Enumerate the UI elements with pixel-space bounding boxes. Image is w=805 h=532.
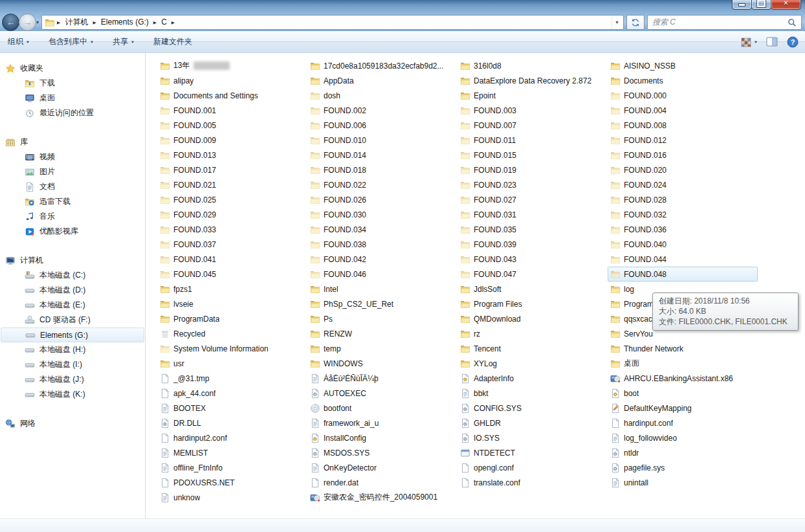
file-item[interactable]: AppData — [307, 73, 458, 88]
forward-button[interactable]: → — [19, 14, 36, 31]
sidebar-item[interactable]: CD 驱动器 (F:) — [0, 313, 145, 327]
file-item[interactable]: FOUND.039 — [458, 237, 608, 252]
breadcrumb-item[interactable]: 计算机 — [61, 16, 92, 29]
file-item[interactable]: bootfont — [307, 401, 458, 416]
file-item[interactable]: opengl.conf — [458, 460, 608, 475]
file-item[interactable]: FOUND.023 — [458, 177, 608, 192]
file-item[interactable]: FOUND.011 — [458, 133, 608, 148]
sidebar-item[interactable]: 桌面 — [0, 91, 145, 105]
file-item[interactable]: FOUND.035 — [458, 222, 608, 237]
file-item[interactable]: FOUND.032 — [608, 207, 758, 222]
file-item[interactable]: FOUND.033 — [157, 222, 307, 237]
file-item[interactable]: framework_ai_u — [307, 416, 458, 430]
file-item[interactable]: FOUND.026 — [307, 192, 458, 207]
file-item[interactable]: Thunder Network — [608, 341, 758, 356]
file-item[interactable]: MSDOS.SYS — [307, 445, 458, 460]
file-item[interactable]: alipay — [157, 73, 307, 88]
maximize-button[interactable] — [751, 0, 771, 10]
sidebar-item[interactable]: Elements (G:) — [1, 327, 144, 342]
file-item[interactable]: FOUND.047 — [458, 267, 608, 282]
toolbar-button[interactable]: 共享▾ — [113, 36, 134, 47]
file-item[interactable]: unintall — [608, 475, 758, 490]
file-item[interactable]: Documents — [608, 73, 758, 88]
file-item[interactable]: hardinput2.conf — [157, 430, 307, 445]
search-box[interactable]: 搜索 C — [647, 15, 802, 30]
file-item[interactable]: Ps — [307, 311, 458, 326]
file-item[interactable]: render.dat — [307, 475, 458, 490]
file-item[interactable]: FOUND.048 — [608, 267, 758, 282]
file-item[interactable]: fpzs1 — [157, 282, 307, 296]
file-item[interactable]: FOUND.019 — [458, 162, 608, 177]
file-item[interactable]: FOUND.005 — [157, 118, 307, 133]
file-item[interactable]: AISINO_NSSB — [608, 58, 758, 73]
file-item[interactable]: 安徽农金_密码控件_2004059001 — [307, 490, 458, 505]
file-item[interactable]: RENZW — [307, 326, 458, 341]
file-item[interactable]: IO.SYS — [458, 430, 608, 445]
file-item[interactable]: FOUND.022 — [307, 177, 458, 192]
file-item[interactable]: 17cd0e8a1059183da32ecfab9d2... — [307, 58, 458, 73]
file-item[interactable]: InstallConfig — [307, 430, 458, 445]
address-bar[interactable]: ▶计算机▶Elements (G:)▶C▶ ▾ — [41, 15, 624, 30]
file-item[interactable]: GHLDR — [458, 416, 608, 430]
sidebar-section-header[interactable]: 收藏夹 — [0, 61, 145, 76]
file-item[interactable]: FOUND.025 — [157, 192, 307, 207]
preview-pane-button[interactable] — [766, 37, 778, 47]
file-item[interactable]: DataExplore Data Recovery 2.872 — [458, 73, 608, 88]
minimize-button[interactable] — [732, 0, 752, 10]
file-item[interactable]: Epoint — [458, 88, 608, 103]
file-item[interactable]: hardinput.conf — [608, 416, 758, 430]
file-item[interactable]: CONFIG.SYS — [458, 401, 608, 416]
file-item[interactable]: AHRCU.EBankingAssistant.x86 — [608, 371, 758, 386]
file-item[interactable]: PDOXUSRS.NET — [157, 475, 307, 490]
sidebar-item[interactable]: 本地磁盘 (D:) — [0, 283, 145, 298]
sidebar-item[interactable]: 音乐 — [0, 209, 145, 224]
sidebar-item[interactable]: 最近访问的位置 — [0, 105, 145, 120]
sidebar-item[interactable]: 本地磁盘 (I:) — [0, 357, 145, 372]
file-item[interactable]: FOUND.043 — [458, 252, 608, 267]
file-item[interactable]: FOUND.003 — [458, 103, 608, 118]
sidebar-section-header[interactable]: 网络 — [0, 416, 145, 431]
file-item[interactable]: AUTOEXEC — [307, 386, 458, 401]
file-item[interactable]: FOUND.046 — [307, 267, 458, 282]
back-button[interactable]: ← — [2, 14, 19, 31]
breadcrumb-item[interactable]: Elements (G:) — [97, 16, 153, 29]
file-item[interactable]: ntldr — [608, 445, 758, 460]
file-item[interactable]: FOUND.007 — [458, 118, 608, 133]
file-item[interactable]: FOUND.044 — [608, 252, 758, 267]
file-item[interactable]: DR.DLL — [157, 416, 307, 430]
file-item[interactable]: 13年 — [157, 58, 307, 73]
sidebar-item[interactable]: 下载 — [0, 76, 145, 91]
help-button[interactable]: ? — [787, 36, 799, 48]
file-item[interactable]: System Volume Information — [157, 341, 307, 356]
refresh-button[interactable] — [626, 15, 645, 30]
file-item[interactable]: dosh — [307, 88, 458, 103]
file-item[interactable]: FOUND.000 — [608, 88, 758, 103]
sidebar-item[interactable]: 本地磁盘 (H:) — [0, 342, 145, 357]
file-item[interactable]: FOUND.006 — [307, 118, 458, 133]
file-item[interactable]: JdlsSoft — [458, 282, 608, 296]
file-item[interactable]: FOUND.008 — [608, 118, 758, 133]
file-item[interactable]: FOUND.012 — [608, 133, 758, 148]
toolbar-button[interactable]: 组织▾ — [8, 36, 29, 47]
file-item[interactable]: apk_44.conf — [157, 386, 307, 401]
file-item[interactable]: FOUND.016 — [608, 148, 758, 162]
sidebar-item[interactable]: 本地磁盘 (E:) — [0, 298, 145, 313]
sidebar-item[interactable]: 本地磁盘 (K:) — [0, 387, 145, 402]
toolbar-button[interactable]: 包含到库中▾ — [49, 36, 93, 47]
file-item[interactable]: FOUND.010 — [307, 133, 458, 148]
file-item[interactable]: WINDOWS — [307, 356, 458, 371]
file-item[interactable]: FOUND.014 — [307, 148, 458, 162]
file-item[interactable]: Documents and Settings — [157, 88, 307, 103]
sidebar-item[interactable]: 图片 — [0, 164, 145, 179]
breadcrumb-item[interactable]: C — [157, 16, 171, 29]
file-item[interactable]: FOUND.013 — [157, 148, 307, 162]
file-item[interactable]: rz — [458, 326, 608, 341]
file-item[interactable]: Intel — [307, 282, 458, 296]
toolbar-button[interactable]: 新建文件夹 — [153, 36, 192, 47]
file-item[interactable]: FOUND.001 — [157, 103, 307, 118]
sidebar-item[interactable]: 本地磁盘 (C:) — [0, 268, 145, 283]
file-item[interactable]: MEMLIST — [157, 445, 307, 460]
file-item[interactable]: FOUND.036 — [608, 222, 758, 237]
file-item[interactable]: FOUND.004 — [608, 103, 758, 118]
search-input[interactable]: 搜索 C — [652, 17, 788, 28]
